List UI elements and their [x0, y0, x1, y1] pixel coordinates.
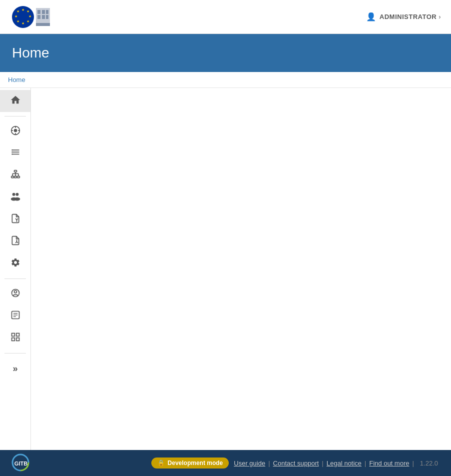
org-icon [10, 170, 20, 182]
footer-divider-2: | [322, 460, 323, 467]
svg-point-42 [14, 197, 20, 200]
eu-commission-logo: ★ ★ ★ ★ ★ ★ ★ ★ [10, 4, 52, 30]
svg-rect-33 [17, 176, 19, 178]
sidebar-section-lower [0, 283, 30, 349]
svg-rect-52 [16, 333, 19, 336]
sidebar-item-settings[interactable] [0, 252, 30, 274]
svg-rect-53 [11, 338, 14, 340]
sidebar-divider-1 [4, 116, 26, 116]
chevron-right-icon: › [439, 13, 441, 20]
svg-point-19 [13, 128, 17, 132]
svg-rect-27 [11, 150, 13, 150]
breadcrumb: Home [0, 72, 451, 88]
settings-icon [10, 258, 20, 270]
svg-rect-51 [11, 333, 14, 336]
svg-text:★: ★ [16, 10, 19, 13]
sidebar-item-home[interactable] [0, 90, 30, 112]
sidebar-section-main [0, 120, 30, 274]
svg-text:★: ★ [21, 8, 24, 12]
footer-divider-4: | [412, 460, 414, 467]
footer-divider-3: | [365, 460, 366, 467]
sidebar-item-doc-export[interactable] [0, 208, 30, 230]
sidebar-item-log[interactable] [0, 305, 30, 327]
svg-rect-2 [37, 10, 40, 14]
sidebar-item-org[interactable] [0, 164, 30, 186]
sidebar-item-grid[interactable] [0, 327, 30, 349]
svg-rect-8 [36, 23, 50, 26]
svg-rect-30 [14, 170, 16, 172]
version-label: 1.22.0 [420, 460, 438, 467]
sidebar-section-expand: » [0, 358, 30, 380]
breadcrumb-home[interactable]: Home [8, 76, 25, 84]
top-header: ★ ★ ★ ★ ★ ★ ★ ★ 👤 ADMINISTRATOR › [0, 0, 451, 34]
svg-rect-31 [11, 176, 13, 178]
svg-text:★: ★ [21, 22, 24, 25]
dashboard-icon [10, 126, 20, 138]
eu-logo: ★ ★ ★ ★ ★ ★ ★ ★ [10, 4, 52, 30]
sidebar-item-doc-import[interactable] [0, 230, 30, 252]
grid-icon [10, 332, 20, 344]
profile-icon [10, 288, 20, 300]
svg-rect-6 [42, 15, 45, 19]
users-icon [10, 192, 21, 204]
admin-menu[interactable]: 👤 ADMINISTRATOR › [366, 12, 441, 22]
svg-text:GITB: GITB [14, 460, 27, 466]
sidebar-item-list[interactable] [0, 142, 30, 164]
list-icon [10, 148, 20, 160]
person-icon: 👤 [366, 12, 377, 22]
footer-links: User guide | Contact support | Legal not… [234, 460, 441, 467]
svg-point-46 [14, 290, 16, 293]
svg-text:★: ★ [14, 14, 17, 18]
svg-rect-5 [37, 15, 40, 19]
user-guide-link[interactable]: User guide [234, 460, 265, 467]
home-icon [10, 94, 21, 108]
find-out-more-link[interactable]: Find out more [369, 460, 409, 467]
dev-mode-label: Development mode [168, 460, 223, 466]
log-icon [10, 310, 20, 322]
svg-text:★: ★ [26, 10, 29, 13]
sidebar-divider-2 [4, 278, 26, 279]
contact-support-link[interactable]: Contact support [273, 460, 319, 467]
content-area [31, 88, 451, 450]
page-banner: Home [0, 34, 451, 72]
legal-notice-link[interactable]: Legal notice [327, 460, 362, 467]
svg-rect-32 [14, 176, 16, 178]
svg-point-40 [15, 192, 18, 196]
gitb-logo: GITB [10, 454, 31, 472]
expand-icon: » [12, 364, 17, 374]
sidebar-section-home [0, 90, 30, 112]
sidebar-divider-3 [4, 353, 26, 354]
lock-icon: 🔒 [157, 460, 165, 466]
svg-rect-29 [11, 154, 13, 154]
svg-rect-7 [46, 15, 48, 19]
doc-export-icon [10, 214, 20, 226]
footer-divider-1: | [268, 460, 270, 467]
footer: GITB 🔒 Development mode User guide | Con… [0, 450, 451, 476]
footer-right: 🔒 Development mode User guide | Contact … [151, 458, 441, 468]
svg-text:★: ★ [28, 14, 31, 18]
page-title: Home [12, 45, 49, 60]
sidebar-item-profile[interactable] [0, 283, 30, 305]
svg-rect-28 [11, 152, 13, 152]
gitb-logo-svg: GITB [10, 454, 31, 472]
admin-label: ADMINISTRATOR [380, 13, 437, 20]
svg-text:★: ★ [16, 20, 19, 23]
svg-rect-4 [46, 10, 48, 14]
svg-text:★: ★ [26, 20, 29, 23]
dev-mode-badge: 🔒 Development mode [151, 458, 229, 468]
sidebar-item-users[interactable] [0, 186, 30, 208]
sidebar-item-expand[interactable]: » [0, 358, 30, 380]
svg-point-39 [12, 192, 15, 196]
sidebar-item-dashboard[interactable] [0, 120, 30, 142]
doc-import-icon [10, 236, 20, 248]
svg-rect-3 [42, 10, 45, 14]
svg-rect-54 [16, 338, 19, 340]
main-layout: » [0, 88, 451, 450]
sidebar: » [0, 88, 31, 450]
